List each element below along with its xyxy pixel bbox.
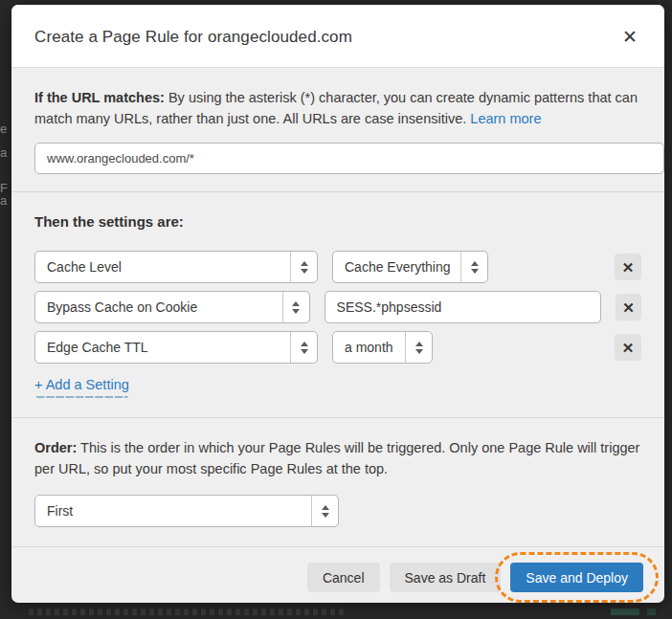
setting-type-select[interactable]: Bypass Cache on Cookie <box>34 291 310 323</box>
url-match-description: If the URL matches: By using the asteris… <box>23 87 653 129</box>
background-widget-fragment <box>611 608 639 615</box>
order-description: Order: This is the order in which your P… <box>23 437 653 479</box>
select-stepper-icon <box>460 252 487 282</box>
add-setting-link[interactable]: + Add a Setting <box>34 377 129 392</box>
create-page-rule-modal: Create a Page Rule for orangeclouded.com… <box>11 5 664 603</box>
order-select[interactable]: First <box>34 495 339 527</box>
order-label: Order: <box>34 440 77 455</box>
modal-footer: Cancel Save as Draft Save and Deploy <box>11 547 664 603</box>
setting-value-select[interactable]: Cache Everything <box>332 251 488 283</box>
setting-row: Cache Level Cache Everything ✕ <box>34 251 641 283</box>
background-text-fragment: a <box>0 194 11 207</box>
select-stepper-icon <box>282 292 309 322</box>
remove-setting-icon[interactable]: ✕ <box>616 294 641 321</box>
settings-section: Then the settings are: Cache Level Cache… <box>11 192 664 418</box>
save-and-deploy-wrap: Save and Deploy <box>510 563 643 592</box>
setting-value-input[interactable] <box>325 291 601 323</box>
select-stepper-icon <box>290 252 317 282</box>
setting-row: Edge Cache TTL a month ✕ <box>34 331 641 364</box>
background-widget-fragment <box>647 608 656 615</box>
modal-header: Create a Page Rule for orangeclouded.com… <box>11 5 664 68</box>
background-text-fragment: F <box>0 182 11 194</box>
save-and-deploy-button[interactable]: Save and Deploy <box>510 563 643 592</box>
setting-value-select[interactable]: a month <box>332 331 433 364</box>
remove-setting-icon[interactable]: ✕ <box>615 334 641 361</box>
setting-type-select[interactable]: Edge Cache TTL <box>34 331 318 364</box>
background-text-fragment: e <box>0 122 11 135</box>
settings-heading: Then the settings are: <box>23 211 653 230</box>
background-statusbar-smudge <box>29 608 345 615</box>
url-match-label: If the URL matches: <box>34 90 165 105</box>
setting-type-select[interactable]: Cache Level <box>34 251 318 283</box>
background-text-fragment: a <box>0 146 11 159</box>
add-setting-dashed-underline <box>35 396 128 398</box>
screen: e a F a Create a Page Rule for orangeclo… <box>0 0 672 619</box>
save-as-draft-button[interactable]: Save as Draft <box>390 563 502 592</box>
url-pattern-input[interactable] <box>34 143 664 174</box>
select-stepper-icon <box>311 496 338 526</box>
url-match-section: If the URL matches: By using the asteris… <box>11 68 664 192</box>
settings-rows: Cache Level Cache Everything ✕ Bypass Ca… <box>23 251 653 364</box>
close-icon[interactable]: ✕ <box>616 26 643 48</box>
remove-setting-icon[interactable]: ✕ <box>615 254 641 280</box>
order-section: Order: This is the order in which your P… <box>11 418 664 547</box>
select-stepper-icon <box>405 332 432 363</box>
modal-title: Create a Page Rule for orangeclouded.com <box>34 28 352 47</box>
learn-more-link[interactable]: Learn more <box>470 111 541 126</box>
select-stepper-icon <box>290 332 317 363</box>
cancel-button[interactable]: Cancel <box>307 563 380 592</box>
setting-row: Bypass Cache on Cookie ✕ <box>34 291 641 323</box>
